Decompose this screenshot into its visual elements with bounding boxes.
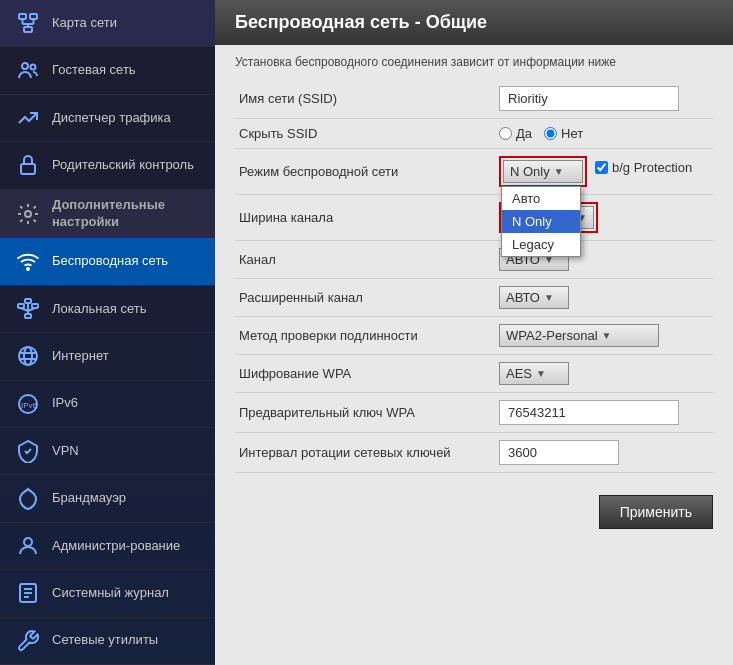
settings-icon: [12, 198, 44, 230]
key-rotation-value-cell: [495, 433, 713, 473]
ext-channel-label: Расширенный канал: [235, 279, 495, 317]
ssid-label: Имя сети (SSID): [235, 79, 495, 119]
svg-line-18: [28, 308, 35, 311]
svg-rect-14: [32, 304, 38, 308]
sidebar-item-wireless[interactable]: Беспроводная сеть: [0, 238, 215, 285]
key-rotation-label: Интервал ротации сетевых ключей: [235, 433, 495, 473]
wireless-mode-option-legacy[interactable]: Legacy: [502, 233, 580, 256]
hide-ssid-no-radio[interactable]: [544, 127, 557, 140]
page-title: Беспроводная сеть - Общие: [235, 12, 487, 32]
auth-method-label: Метод проверки подлинности: [235, 317, 495, 355]
sidebar-label-parental: Родительский контроль: [52, 157, 194, 174]
sidebar-item-tools[interactable]: Сетевые утилиты: [0, 618, 215, 665]
sidebar-item-advanced[interactable]: Дополнительные настройки: [0, 190, 215, 239]
sidebar-item-admin[interactable]: Администри-рование: [0, 523, 215, 570]
sidebar-label-wireless: Беспроводная сеть: [52, 253, 168, 270]
sidebar-item-traffic[interactable]: Диспетчер трафика: [0, 95, 215, 142]
svg-line-17: [21, 308, 28, 311]
auth-method-selected: WPA2-Personal: [506, 328, 598, 343]
svg-rect-9: [21, 164, 35, 174]
hide-ssid-value-cell: Да Нет: [495, 119, 713, 149]
wireless-mode-option-nonly[interactable]: N Only: [502, 210, 580, 233]
ssid-input[interactable]: [499, 86, 679, 111]
sidebar-label-ipv6: IPv6: [52, 395, 78, 412]
ext-channel-select[interactable]: АВТО ▼: [499, 286, 569, 309]
wireless-mode-label: Режим беспроводной сети: [235, 149, 495, 195]
settings-table: Имя сети (SSID) Скрыть SSID Да: [235, 79, 713, 473]
svg-rect-2: [24, 27, 32, 32]
sidebar-label-guest: Гостевая сеть: [52, 62, 136, 79]
key-rotation-input[interactable]: [499, 440, 619, 465]
hide-ssid-radio-group: Да Нет: [499, 126, 709, 141]
lan-icon: [12, 293, 44, 325]
internet-icon: [12, 340, 44, 372]
sidebar-item-lan[interactable]: Локальная сеть: [0, 286, 215, 333]
svg-text:IPv6: IPv6: [21, 401, 38, 410]
wireless-mode-dropdown-menu: Авто N Only Legacy: [501, 186, 581, 257]
hide-ssid-no-label[interactable]: Нет: [544, 126, 583, 141]
sidebar-item-network-map[interactable]: Карта сети: [0, 0, 215, 47]
sidebar-label-traffic: Диспетчер трафика: [52, 110, 171, 127]
bg-protection-label[interactable]: b/g Protection: [595, 160, 692, 175]
sidebar: Карта сети Гостевая сеть Диспетчер трафи…: [0, 0, 215, 665]
ext-channel-value-cell: АВТО ▼: [495, 279, 713, 317]
svg-rect-15: [25, 314, 31, 318]
ext-channel-selected: АВТО: [506, 290, 540, 305]
form-area: Имя сети (SSID) Скрыть SSID Да: [215, 79, 733, 549]
page-subtitle: Установка беспроводного соединения завис…: [215, 45, 733, 79]
svg-point-8: [31, 64, 36, 69]
sidebar-item-firewall[interactable]: Брандмауэр: [0, 475, 215, 522]
guest-icon: [12, 55, 44, 87]
ext-channel-arrow: ▼: [544, 292, 554, 303]
parental-icon: [12, 149, 44, 181]
wireless-mode-option-auto[interactable]: Авто: [502, 187, 580, 210]
wireless-mode-select[interactable]: N Only ▼: [503, 160, 583, 183]
svg-point-20: [24, 347, 32, 365]
wpa-key-input[interactable]: [499, 400, 679, 425]
bg-protection-text: b/g Protection: [612, 160, 692, 175]
svg-point-11: [27, 268, 29, 270]
sidebar-item-ipv6[interactable]: IPv6 IPv6: [0, 381, 215, 428]
wireless-mode-arrow: ▼: [554, 166, 564, 177]
sidebar-label-advanced: Дополнительные настройки: [52, 197, 203, 231]
ipv6-icon: IPv6: [12, 388, 44, 420]
admin-icon: [12, 530, 44, 562]
wpa-key-value-cell: [495, 393, 713, 433]
sidebar-item-parental[interactable]: Родительский контроль: [0, 142, 215, 189]
auth-method-arrow: ▼: [602, 330, 612, 341]
svg-rect-13: [25, 299, 31, 303]
syslog-icon: [12, 577, 44, 609]
hide-ssid-yes-label[interactable]: Да: [499, 126, 532, 141]
ssid-value-cell: [495, 79, 713, 119]
svg-point-25: [24, 538, 32, 546]
auth-method-row: Метод проверки подлинности WPA2-Personal…: [235, 317, 713, 355]
tools-icon: [12, 625, 44, 657]
sidebar-item-syslog[interactable]: Системный журнал: [0, 570, 215, 617]
page-header: Беспроводная сеть - Общие: [215, 0, 733, 45]
auth-method-value-cell: WPA2-Personal ▼: [495, 317, 713, 355]
svg-rect-1: [30, 14, 37, 19]
auth-method-select[interactable]: WPA2-Personal ▼: [499, 324, 659, 347]
bg-protection-checkbox[interactable]: [595, 161, 608, 174]
wireless-mode-value-cell: N Only ▼ Авто N Only Legacy: [495, 149, 713, 195]
sidebar-item-guest-network[interactable]: Гостевая сеть: [0, 47, 215, 94]
sidebar-item-internet[interactable]: Интернет: [0, 333, 215, 380]
traffic-icon: [12, 102, 44, 134]
network-icon: [12, 7, 44, 39]
sidebar-label-admin: Администри-рование: [52, 538, 180, 555]
hide-ssid-yes-radio[interactable]: [499, 127, 512, 140]
main-content: Беспроводная сеть - Общие Установка бесп…: [215, 0, 733, 665]
apply-button[interactable]: Применить: [599, 495, 713, 529]
wireless-icon: [12, 246, 44, 278]
svg-rect-0: [19, 14, 26, 19]
ext-channel-row: Расширенный канал АВТО ▼: [235, 279, 713, 317]
svg-point-19: [19, 347, 37, 365]
wpa-encrypt-label: Шифрование WPA: [235, 355, 495, 393]
key-rotation-row: Интервал ротации сетевых ключей: [235, 433, 713, 473]
wpa-encrypt-value-cell: AES ▼: [495, 355, 713, 393]
wpa-encrypt-arrow: ▼: [536, 368, 546, 379]
sidebar-item-vpn[interactable]: VPN: [0, 428, 215, 475]
wpa-encrypt-select[interactable]: AES ▼: [499, 362, 569, 385]
channel-width-row: Ширина канала 20/40 MHz ▼: [235, 195, 713, 241]
channel-row: Канал АВТО ▼: [235, 241, 713, 279]
